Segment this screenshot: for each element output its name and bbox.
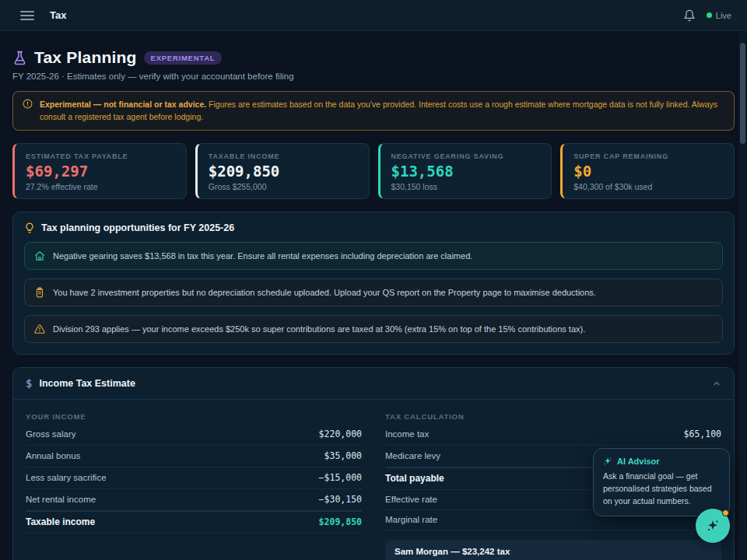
ai-advisor-popup-header: AI Advisor [603, 457, 720, 466]
estimate-header[interactable]: $ Income Tax Estimate [13, 368, 734, 400]
stat-sub: $30,150 loss [391, 182, 541, 191]
page-title: Tax Planning [34, 48, 137, 67]
opportunity-item-division-293: Division 293 applies — your income excee… [24, 315, 723, 343]
page-header: Tax Planning EXPERIMENTAL [12, 48, 735, 67]
stat-label: NEGATIVE GEARING SAVING [391, 152, 541, 160]
live-indicator: Live [707, 11, 731, 20]
row-label: Total payable [385, 473, 444, 484]
ai-advisor-popup[interactable]: AI Advisor Ask a financial goal — get pe… [593, 448, 730, 516]
row-value: $35,000 [324, 450, 362, 461]
warning-banner-text: Experimental — not financial or tax advi… [40, 98, 724, 124]
notification-dot-badge [722, 509, 729, 516]
row-value: $220,000 [319, 429, 362, 439]
opportunity-text: Division 293 applies — your income excee… [53, 324, 585, 334]
flask-icon [12, 51, 27, 65]
row-value: $65,100 [684, 429, 721, 439]
stat-sub: $40,300 of $30k used [573, 182, 723, 191]
row-value: −$15,000 [319, 472, 362, 483]
ai-advisor-body: Ask a financial goal — get personalised … [603, 471, 720, 507]
ai-advisor-title: AI Advisor [617, 457, 660, 466]
row-label: Marginal rate [385, 515, 437, 524]
table-row: Income tax $65,100 [385, 424, 721, 446]
page-subtitle: FY 2025-26 · Estimates only — verify wit… [12, 72, 735, 81]
ai-advisor-fab[interactable] [696, 509, 730, 543]
stat-label: ESTIMATED TAX PAYABLE [26, 152, 175, 160]
scrollbar-track[interactable] [739, 32, 746, 560]
partner-summary-line1: Sam Morgan — $23,242 tax [395, 547, 712, 556]
row-label: Annual bonus [26, 451, 80, 460]
warning-banner: Experimental — not financial or tax advi… [12, 91, 735, 131]
sparkles-icon [603, 457, 612, 466]
opportunities-card: Tax planning opportunities for FY 2025-2… [12, 212, 735, 355]
table-row: Net rental income −$30,150 [26, 489, 362, 511]
notifications-bell-icon[interactable] [683, 9, 696, 22]
opportunity-item-depreciation: You have 2 investment properties but no … [24, 278, 723, 306]
row-value: $209,850 [319, 516, 362, 527]
row-label: Income tax [385, 429, 429, 439]
calculation-column-header: TAX CALCULATION [385, 408, 721, 424]
opportunities-title: Tax planning opportunities for FY 2025-2… [41, 222, 234, 233]
stat-sub: Gross $255,000 [209, 182, 358, 191]
income-column-header: YOUR INCOME [26, 408, 362, 424]
stat-value: $0 [573, 163, 723, 180]
partner-summary: Sam Morgan — $23,242 tax Household total… [385, 540, 721, 560]
clipboard-icon [34, 287, 45, 298]
row-label: Effective rate [385, 495, 437, 504]
stat-card-super-cap-remaining: SUPER CAP REMAINING $0 $40,300 of $30k u… [560, 143, 735, 199]
stat-label: TAXABLE INCOME [209, 152, 358, 160]
table-row: Annual bonus $35,000 [26, 446, 362, 467]
warning-triangle-icon [34, 324, 45, 334]
warning-banner-bold: Experimental — not financial or tax advi… [40, 100, 206, 109]
stat-card-estimated-tax-payable: ESTIMATED TAX PAYABLE $69,297 27.2% effe… [12, 143, 187, 199]
row-label: Gross salary [26, 429, 76, 439]
house-icon [34, 250, 45, 261]
row-label: Taxable income [26, 516, 95, 527]
lightbulb-icon [24, 222, 35, 233]
scrollbar-thumb[interactable] [740, 43, 745, 144]
dollar-icon: $ [26, 377, 32, 390]
stat-card-taxable-income: TAXABLE INCOME $209,850 Gross $255,000 [195, 143, 370, 199]
stat-value: $13,568 [391, 163, 541, 180]
opportunity-text: Negative gearing saves $13,568 in tax th… [53, 251, 472, 261]
row-value: −$30,150 [319, 494, 362, 505]
topbar-right: Live [683, 9, 731, 22]
stat-value: $69,297 [26, 163, 175, 180]
opportunities-header: Tax planning opportunities for FY 2025-2… [24, 222, 723, 233]
opportunity-item-negative-gearing: Negative gearing saves $13,568 in tax th… [24, 242, 723, 270]
sparkles-icon [705, 518, 721, 534]
stat-sub: 27.2% effective rate [26, 182, 175, 191]
opportunity-text: You have 2 investment properties but no … [53, 288, 596, 297]
income-column: YOUR INCOME Gross salary $220,000 Annual… [26, 408, 362, 560]
stat-value: $209,850 [209, 163, 358, 180]
row-label: Less salary sacrifice [26, 473, 107, 482]
experimental-badge: EXPERIMENTAL [144, 51, 223, 65]
row-label: Net rental income [26, 495, 96, 504]
estimate-title: Income Tax Estimate [39, 378, 135, 389]
chevron-up-icon[interactable] [712, 379, 721, 388]
alert-circle-icon [23, 99, 33, 109]
table-row: Less salary sacrifice −$15,000 [26, 467, 362, 489]
stat-card-negative-gearing-saving: NEGATIVE GEARING SAVING $13,568 $30,150 … [378, 143, 552, 199]
table-row: Gross salary $220,000 [26, 424, 362, 446]
table-row-taxable-income: Taxable income $209,850 [26, 511, 362, 534]
stat-label: SUPER CAP REMAINING [573, 152, 723, 160]
topbar: Tax Live [0, 0, 747, 31]
topbar-title: Tax [50, 9, 66, 21]
row-label: Medicare levy [385, 451, 440, 460]
live-label: Live [716, 11, 731, 20]
stat-cards-row: ESTIMATED TAX PAYABLE $69,297 27.2% effe… [12, 143, 735, 199]
menu-icon[interactable] [20, 11, 34, 20]
live-dot-icon [707, 12, 712, 18]
